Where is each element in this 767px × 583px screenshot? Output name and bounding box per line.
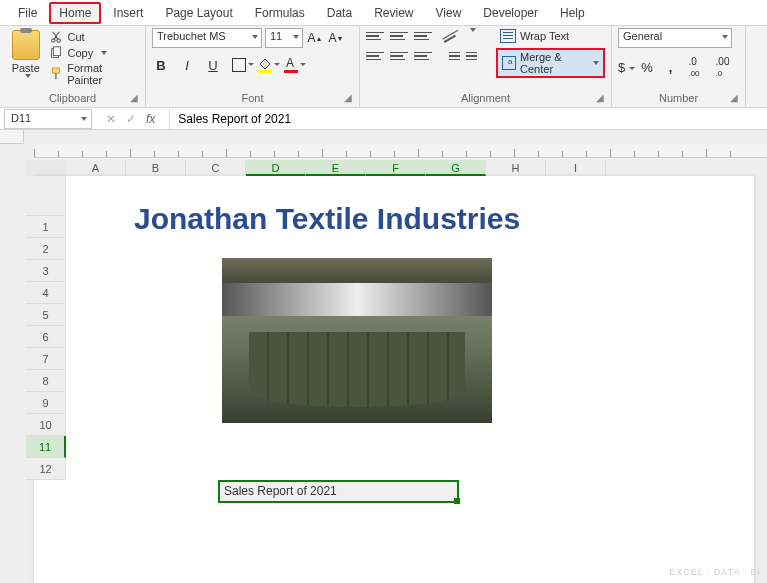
align-left-button[interactable] xyxy=(366,48,384,64)
align-right-button[interactable] xyxy=(414,48,432,64)
row-header-7[interactable]: 7 xyxy=(26,348,66,370)
row-header-9[interactable]: 9 xyxy=(26,392,66,414)
increase-decimal-button[interactable]: .0.00 xyxy=(688,56,707,78)
increase-indent-button[interactable] xyxy=(466,48,484,64)
dialog-launcher-icon[interactable]: ◢ xyxy=(730,92,742,104)
ribbon-tabs: FileHomeInsertPage LayoutFormulasDataRev… xyxy=(0,0,767,26)
decrease-indent-button[interactable] xyxy=(442,48,460,64)
number-format-select[interactable]: General xyxy=(618,28,732,48)
tab-page-layout[interactable]: Page Layout xyxy=(155,2,242,24)
column-header-A[interactable]: A xyxy=(66,160,126,176)
row-header-10[interactable]: 10 xyxy=(26,414,66,436)
group-label-font: Font xyxy=(152,90,353,107)
selected-cell[interactable]: Sales Report of 2021 xyxy=(218,480,459,503)
tab-insert[interactable]: Insert xyxy=(103,2,153,24)
dialog-launcher-icon[interactable]: ◢ xyxy=(130,92,142,104)
name-box-value: D11 xyxy=(11,112,31,124)
copy-button[interactable]: Copy xyxy=(49,46,139,60)
border-icon xyxy=(232,58,246,72)
italic-button[interactable]: I xyxy=(178,56,196,74)
tab-help[interactable]: Help xyxy=(550,2,595,24)
font-size-value: 11 xyxy=(270,30,282,42)
enter-icon[interactable]: ✓ xyxy=(126,112,136,126)
align-top-button[interactable] xyxy=(366,28,384,44)
name-box[interactable]: D11 xyxy=(4,109,92,129)
decrease-decimal-button[interactable]: .00.0 xyxy=(716,56,738,78)
worksheet-area: ABCDEFGHI Jonathan Textile Industries Sa… xyxy=(0,130,767,583)
percent-button[interactable]: % xyxy=(641,60,661,75)
tab-file[interactable]: File xyxy=(8,2,47,24)
paste-label: Paste xyxy=(12,62,40,74)
align-bottom-button[interactable] xyxy=(414,28,432,44)
font-size-select[interactable]: 11 xyxy=(265,28,303,48)
align-middle-button[interactable] xyxy=(390,28,408,44)
orientation-button[interactable] xyxy=(439,25,463,48)
row-header-3[interactable]: 3 xyxy=(26,260,66,282)
group-number: General $ % , .0.00 .00.0 Number ◢ xyxy=(612,26,746,107)
ribbon: Paste Cut Copy Format Painter Clipboard xyxy=(0,26,767,108)
textile-factory-image[interactable] xyxy=(222,258,492,423)
format-painter-label: Format Painter xyxy=(67,62,139,86)
column-header-B[interactable]: B xyxy=(126,160,186,176)
align-center-button[interactable] xyxy=(390,48,408,64)
underline-button[interactable]: U xyxy=(204,56,222,74)
cancel-icon[interactable]: ✕ xyxy=(106,112,116,126)
font-color-button[interactable] xyxy=(282,56,300,74)
bold-button[interactable]: B xyxy=(152,56,170,74)
row-header-8[interactable]: 8 xyxy=(26,370,66,392)
page: Jonathan Textile Industries Sales Report… xyxy=(34,176,754,583)
group-alignment: Wrap Text Merge & Center Alignment ◢ xyxy=(360,26,612,107)
column-header-E[interactable]: E xyxy=(306,160,366,176)
group-label-clipboard: Clipboard xyxy=(6,90,139,107)
font-color-icon xyxy=(284,70,298,73)
watermark: EXCEL · DATA · BI xyxy=(669,567,761,577)
row-header-2[interactable]: 2 xyxy=(26,238,66,260)
svg-rect-3 xyxy=(56,73,58,79)
font-name-select[interactable]: Trebuchet MS xyxy=(152,28,262,48)
row-header-1[interactable]: 1 xyxy=(26,216,66,238)
copy-icon xyxy=(49,46,63,60)
select-all-corner[interactable] xyxy=(0,130,24,144)
tab-view[interactable]: View xyxy=(426,2,472,24)
tab-data[interactable]: Data xyxy=(317,2,362,24)
currency-button[interactable]: $ xyxy=(618,60,633,75)
paste-button[interactable]: Paste xyxy=(6,28,45,78)
tab-review[interactable]: Review xyxy=(364,2,423,24)
column-header-I[interactable]: I xyxy=(546,160,606,176)
tab-formulas[interactable]: Formulas xyxy=(245,2,315,24)
tab-developer[interactable]: Developer xyxy=(473,2,548,24)
row-header-12[interactable]: 12 xyxy=(26,458,66,480)
cut-button[interactable]: Cut xyxy=(49,30,139,44)
border-button[interactable] xyxy=(230,56,248,74)
fill-color-button[interactable] xyxy=(256,56,274,74)
column-header-G[interactable]: G xyxy=(426,160,486,176)
column-header-C[interactable]: C xyxy=(186,160,246,176)
dialog-launcher-icon[interactable]: ◢ xyxy=(596,92,608,104)
row-header-11[interactable]: 11 xyxy=(26,436,66,458)
column-headers: ABCDEFGHI xyxy=(26,160,767,176)
wrap-text-button[interactable]: Wrap Text xyxy=(496,28,605,44)
increase-font-button[interactable]: A▲ xyxy=(306,28,324,48)
svg-rect-2 xyxy=(53,68,60,73)
row-header-5[interactable]: 5 xyxy=(26,304,66,326)
decrease-font-button[interactable]: A▼ xyxy=(327,28,345,48)
formula-bar: D11 ✕ ✓ fx xyxy=(0,108,767,130)
format-painter-button[interactable]: Format Painter xyxy=(49,62,139,86)
font-name-value: Trebuchet MS xyxy=(157,30,226,42)
row-headers: 123456789101112 xyxy=(26,216,66,480)
formula-input[interactable] xyxy=(169,109,767,129)
fx-icon[interactable]: fx xyxy=(146,112,155,126)
tab-home[interactable]: Home xyxy=(49,2,101,24)
column-header-D[interactable]: D xyxy=(246,160,306,176)
dialog-launcher-icon[interactable]: ◢ xyxy=(344,92,356,104)
comma-button[interactable]: , xyxy=(669,60,681,75)
row-header-margin xyxy=(26,176,66,216)
column-header-H[interactable]: H xyxy=(486,160,546,176)
merge-center-button[interactable]: Merge & Center xyxy=(496,48,605,78)
row-header-6[interactable]: 6 xyxy=(26,326,66,348)
page-title: Jonathan Textile Industries xyxy=(134,202,520,236)
row-header-4[interactable]: 4 xyxy=(26,282,66,304)
merge-center-label: Merge & Center xyxy=(520,51,587,75)
column-header-F[interactable]: F xyxy=(366,160,426,176)
cut-label: Cut xyxy=(67,31,84,43)
